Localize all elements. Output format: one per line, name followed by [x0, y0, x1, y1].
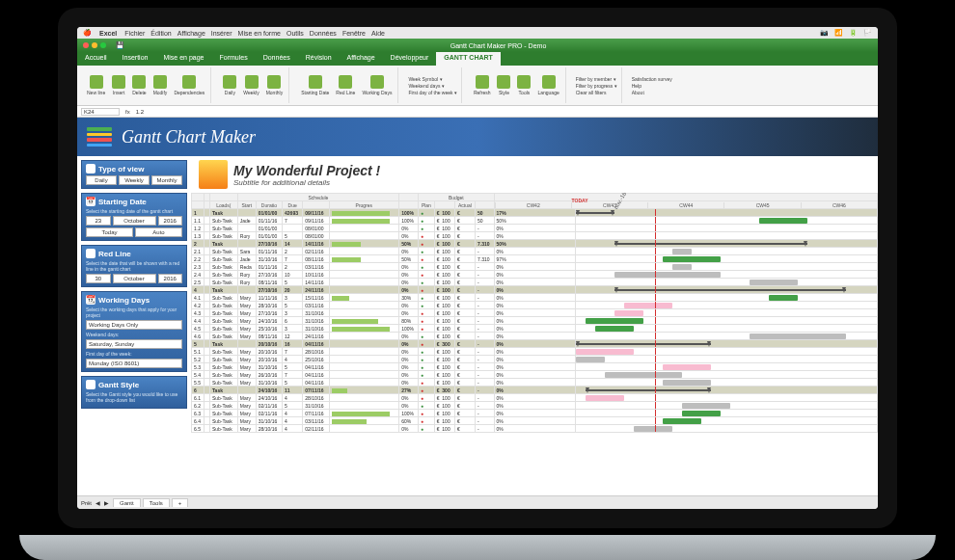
- table-row[interactable]: 1Task01/01/004269309/11/16100%●€ 100€501…: [192, 209, 878, 217]
- table-row[interactable]: 5.1 Sub-TaskMary20/10/16728/10/160%●€ 10…: [192, 348, 878, 356]
- table-row[interactable]: 2.1 Sub-TaskSara01/11/16202/11/160%●€ 10…: [192, 248, 878, 255]
- table-row[interactable]: 1.1 Sub-TaskJade01/11/16709/11/16100%●€ …: [192, 217, 878, 225]
- cell-reference-input[interactable]: K24: [81, 108, 120, 116]
- ribbon-button[interactable]: Tools: [515, 74, 532, 96]
- ribbon-tab[interactable]: GANTT CHART: [436, 52, 501, 66]
- weekend-days-select[interactable]: Saturday, Sunday: [86, 339, 182, 349]
- save-icon[interactable]: 💾: [116, 41, 124, 49]
- mac-menu-item[interactable]: Outils: [286, 30, 304, 37]
- start-year-select[interactable]: 2016: [158, 216, 183, 226]
- ribbon-button[interactable]: Monthly: [264, 74, 286, 96]
- close-window-button[interactable]: [83, 42, 89, 48]
- gantt-table[interactable]: Schedule Budget TODAY nov.-16 Loads(Star…: [191, 193, 878, 433]
- table-row[interactable]: 1.3 Sub-TaskRory01/01/00508/01/000%●€ 10…: [192, 232, 878, 240]
- ribbon-option[interactable]: About: [632, 90, 672, 95]
- table-row[interactable]: 2.2 Sub-TaskJade31/10/16708/11/1650%●€ 1…: [192, 255, 878, 263]
- column-header[interactable]: Duratio: [256, 201, 282, 209]
- table-row[interactable]: 6.3 Sub-TaskMary02/11/16407/11/16100%●€ …: [192, 410, 878, 417]
- column-header[interactable]: Plan: [419, 201, 435, 209]
- table-row[interactable]: 4Task27/10/162024/11/160%●€ 100€-0%: [192, 286, 878, 294]
- fx-icon[interactable]: fx: [125, 109, 130, 115]
- column-header[interactable]: [399, 201, 419, 209]
- nav-next-icon[interactable]: ▶: [104, 499, 109, 506]
- ribbon-option[interactable]: Filter by member ▾: [576, 76, 617, 82]
- ribbon-tab[interactable]: Données: [256, 52, 298, 66]
- table-row[interactable]: 6.1 Sub-TaskMary24/10/16428/10/160%●€ 10…: [192, 394, 878, 402]
- ribbon-tab[interactable]: Mise en page: [155, 52, 211, 66]
- table-row[interactable]: 5.3 Sub-TaskMary31/10/16504/11/160%●€ 10…: [192, 363, 878, 371]
- table-row[interactable]: 5Task20/10/161604/11/160%●€ 300€-0%: [192, 340, 878, 348]
- table-row[interactable]: 5.2 Sub-TaskMary20/10/16425/10/160%●€ 10…: [192, 356, 878, 363]
- ribbon-button[interactable]: Dependencies: [172, 74, 206, 96]
- table-row[interactable]: 5.4 Sub-TaskMary26/10/16704/11/160%●€ 10…: [192, 371, 878, 379]
- redline-year-select[interactable]: 2016: [158, 274, 183, 283]
- sheet-tab[interactable]: Gantt: [113, 498, 141, 507]
- table-row[interactable]: 5.5 Sub-TaskMary31/10/16504/11/160%●€ 10…: [192, 379, 878, 387]
- table-row[interactable]: 4.5 Sub-TaskMary25/10/16331/10/16100%●€ …: [192, 325, 878, 333]
- column-header[interactable]: Progres: [329, 201, 399, 209]
- ribbon-button[interactable]: Refresh: [472, 74, 493, 96]
- formula-input[interactable]: 1.2: [136, 109, 144, 115]
- today-button[interactable]: Today: [86, 227, 133, 237]
- table-row[interactable]: 2.4 Sub-TaskRory27/10/161010/11/160%●€ 1…: [192, 271, 878, 279]
- ribbon-button[interactable]: Delete: [130, 74, 148, 96]
- minimize-window-button[interactable]: [92, 42, 97, 48]
- apple-icon[interactable]: 🍎: [83, 29, 92, 37]
- table-row[interactable]: 4.6 Sub-TaskMary08/11/161224/11/160%●€ 1…: [192, 333, 878, 340]
- mac-menu-item[interactable]: Fenêtre: [342, 30, 366, 37]
- maximize-window-button[interactable]: [100, 42, 106, 48]
- app-name[interactable]: Excel: [99, 30, 117, 37]
- table-row[interactable]: 2.3 Sub-TaskReda01/11/16203/11/160%●€ 10…: [192, 263, 878, 271]
- ribbon-option[interactable]: Filter by progress ▾: [576, 83, 617, 89]
- start-day-select[interactable]: 23: [86, 216, 111, 226]
- mac-menu-item[interactable]: Édition: [150, 30, 171, 37]
- mac-menu-item[interactable]: Mise en forme: [238, 30, 281, 37]
- mac-menu-item[interactable]: Fichier: [124, 30, 145, 37]
- ribbon-tab[interactable]: Développeur: [383, 52, 437, 66]
- wifi-icon[interactable]: 📶: [834, 29, 843, 37]
- ribbon-button[interactable]: Language: [535, 74, 560, 96]
- table-row[interactable]: 2Task27/10/161414/11/1650%●€ 100€7.31050…: [192, 240, 878, 248]
- ribbon-tab[interactable]: Insertion: [115, 52, 156, 66]
- ribbon-button[interactable]: Working Days: [360, 74, 394, 96]
- column-header[interactable]: Loads(: [209, 201, 237, 209]
- column-header[interactable]: Due: [283, 201, 303, 209]
- ribbon-option[interactable]: Weekend days ▾: [408, 83, 457, 89]
- column-header[interactable]: [192, 201, 205, 209]
- project-subtitle[interactable]: Subtitle for additional details: [233, 178, 380, 187]
- table-row[interactable]: 6.2 Sub-TaskMary02/11/16531/10/160%●€ 10…: [192, 402, 878, 410]
- ribbon-button[interactable]: Red Line: [334, 74, 357, 96]
- redline-month-select[interactable]: October: [113, 274, 156, 283]
- battery-icon[interactable]: 🔋: [849, 29, 858, 37]
- ribbon-tab[interactable]: Révision: [298, 52, 340, 66]
- column-header[interactable]: Start: [237, 201, 256, 209]
- view-option-button[interactable]: Daily: [86, 175, 117, 185]
- start-month-select[interactable]: October: [113, 216, 156, 226]
- ribbon-option[interactable]: Help: [632, 83, 672, 89]
- mac-menu-item[interactable]: Affichage: [177, 30, 205, 37]
- view-option-button[interactable]: Weekly: [119, 175, 150, 185]
- ribbon-option[interactable]: Week Symbol ▾: [408, 76, 457, 82]
- sheet-tab[interactable]: Tools: [143, 498, 170, 507]
- ribbon-option[interactable]: Clear all filters: [576, 90, 617, 95]
- column-header[interactable]: [303, 201, 329, 209]
- ribbon-button[interactable]: Weekly: [241, 74, 260, 96]
- ribbon-tab[interactable]: Accueil: [77, 52, 115, 66]
- column-header[interactable]: [476, 201, 495, 209]
- ribbon-button[interactable]: New line: [85, 74, 107, 96]
- redline-day-select[interactable]: 30: [86, 274, 111, 283]
- ribbon-button[interactable]: Style: [495, 74, 512, 96]
- table-row[interactable]: 4.3 Sub-TaskMary27/10/16331/10/160%●€ 10…: [192, 309, 878, 317]
- view-option-button[interactable]: Monthly: [151, 175, 182, 185]
- sheet-tab[interactable]: +: [172, 498, 189, 507]
- mac-menu-item[interactable]: Données: [310, 30, 337, 37]
- flag-icon[interactable]: 🏳️: [863, 29, 872, 37]
- table-row[interactable]: 6Task24/10/161107/11/1627%●€ 300€-0%: [192, 387, 878, 394]
- first-day-select[interactable]: Monday (ISO 8601): [86, 359, 182, 368]
- table-row[interactable]: 2.5 Sub-TaskRory08/11/16514/11/160%●€ 10…: [192, 279, 878, 286]
- table-row[interactable]: 4.2 Sub-TaskMary28/10/16503/11/160%●€ 10…: [192, 302, 878, 309]
- table-row[interactable]: 4.4 Sub-TaskMary24/10/16631/10/1680%●€ 1…: [192, 317, 878, 325]
- table-row[interactable]: 6.4 Sub-TaskMary31/10/16403/11/1660%●€ 1…: [192, 417, 878, 425]
- ribbon-tab[interactable]: Affichage: [340, 52, 383, 66]
- ribbon-option[interactable]: Satisfaction survey: [632, 76, 672, 82]
